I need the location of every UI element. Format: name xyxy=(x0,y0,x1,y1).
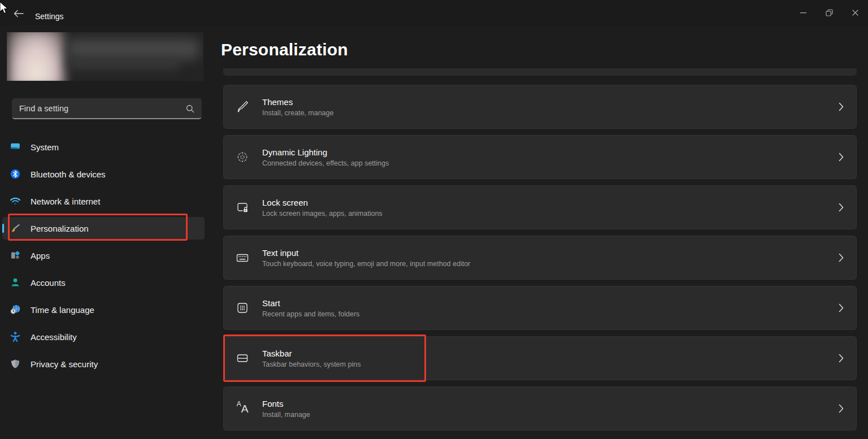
user-profile-blurred[interactable] xyxy=(7,32,203,81)
themes-icon xyxy=(235,99,250,115)
settings-row-dynamic-lighting[interactable]: Dynamic Lighting Connected devices, effe… xyxy=(223,135,857,179)
start-icon xyxy=(235,300,250,316)
chevron-right-icon xyxy=(839,354,844,363)
settings-row-lock-screen[interactable]: Lock screen Lock screen images, apps, an… xyxy=(223,185,857,229)
partial-card-above[interactable] xyxy=(223,68,857,76)
bluetooth-icon xyxy=(10,168,21,180)
sidebar-item-label: Personalization xyxy=(31,224,89,233)
row-subtitle: Touch keyboard, voice typing, emoji and … xyxy=(262,260,470,268)
sidebar-item-privacy-security[interactable]: Privacy & security xyxy=(2,353,205,375)
sidebar-item-time-language[interactable]: Time & language xyxy=(2,298,205,321)
row-title: Start xyxy=(262,298,359,308)
close-button[interactable] xyxy=(842,0,868,25)
mouse-cursor xyxy=(0,1,8,16)
main-content: Personalization Themes Install, create, … xyxy=(223,25,857,439)
row-title: Dynamic Lighting xyxy=(262,147,389,157)
sidebar-item-label: Bluetooth & devices xyxy=(31,169,106,179)
sidebar-item-apps[interactable]: Apps xyxy=(2,244,205,267)
restore-icon xyxy=(826,9,833,16)
row-title: Fonts xyxy=(262,399,310,408)
time-language-icon xyxy=(10,304,21,315)
user-email-blurred xyxy=(68,58,181,69)
personalization-icon xyxy=(10,223,21,234)
settings-list: Themes Install, create, manage xyxy=(223,85,857,431)
sidebar-item-label: Network & internet xyxy=(31,197,100,206)
sidebar-item-network-internet[interactable]: Network & internet xyxy=(2,190,205,212)
back-arrow-icon xyxy=(14,10,24,18)
sidebar-item-system[interactable]: System xyxy=(2,136,205,158)
apps-icon xyxy=(10,250,21,261)
chevron-right-icon xyxy=(839,404,844,413)
search-icon[interactable] xyxy=(186,105,194,113)
avatar xyxy=(8,32,64,81)
settings-row-taskbar[interactable]: Taskbar Taskbar behaviors, system pins xyxy=(223,336,857,380)
fonts-icon: AA xyxy=(235,401,250,416)
search-box[interactable] xyxy=(12,98,202,119)
window-title: Settings xyxy=(35,12,64,21)
sidebar-item-label: Privacy & security xyxy=(31,359,98,369)
text-input-icon xyxy=(235,250,250,266)
settings-row-start[interactable]: Start Recent apps and items, folders xyxy=(223,286,857,330)
sidebar-item-accessibility[interactable]: Accessibility xyxy=(2,325,205,348)
sidebar-item-accounts[interactable]: Accounts xyxy=(2,271,205,294)
sidebar-item-label: Time & language xyxy=(31,305,94,315)
system-icon xyxy=(10,141,21,153)
chevron-right-icon xyxy=(839,203,844,212)
accounts-icon xyxy=(10,277,21,288)
row-subtitle: Taskbar behaviors, system pins xyxy=(262,360,361,368)
minimize-icon xyxy=(800,12,806,14)
settings-row-themes[interactable]: Themes Install, create, manage xyxy=(223,85,857,129)
sidebar-item-label: Accessibility xyxy=(31,332,77,342)
restore-button[interactable] xyxy=(816,0,842,25)
sidebar-item-personalization[interactable]: Personalization xyxy=(2,217,205,240)
row-title: Themes xyxy=(262,97,333,107)
row-title: Taskbar xyxy=(262,349,361,358)
search-input[interactable] xyxy=(12,104,186,113)
row-title: Text input xyxy=(262,248,470,258)
row-subtitle: Install, manage xyxy=(262,411,310,419)
lock-screen-icon xyxy=(235,199,250,215)
minimize-button[interactable] xyxy=(790,0,816,25)
dynamic-lighting-icon xyxy=(235,149,250,165)
sidebar-item-label: Apps xyxy=(31,251,50,260)
sidebar-item-label: Accounts xyxy=(31,278,66,288)
chevron-right-icon xyxy=(839,253,844,262)
row-subtitle: Lock screen images, apps, animations xyxy=(262,210,383,218)
sidebar-nav: System Bluetooth & devices xyxy=(2,136,205,375)
window-controls xyxy=(790,0,868,25)
row-subtitle: Recent apps and items, folders xyxy=(262,310,359,318)
settings-row-fonts[interactable]: AA Fonts Install, manage xyxy=(223,386,857,431)
chevron-right-icon xyxy=(839,303,844,312)
taskbar-icon xyxy=(235,350,250,366)
page-title: Personalization xyxy=(221,40,348,59)
settings-window: Settings xyxy=(0,0,868,439)
shield-icon xyxy=(10,358,21,370)
row-subtitle: Install, create, manage xyxy=(262,109,333,117)
selected-indicator-pill xyxy=(2,224,4,233)
chevron-right-icon xyxy=(839,153,844,162)
sidebar: System Bluetooth & devices xyxy=(0,25,214,439)
sidebar-item-bluetooth-devices[interactable]: Bluetooth & devices xyxy=(2,163,205,185)
chevron-right-icon xyxy=(839,102,844,111)
close-icon xyxy=(852,10,858,16)
accessibility-icon xyxy=(10,331,21,342)
row-subtitle: Connected devices, effects, app settings xyxy=(262,159,389,167)
sidebar-item-label: System xyxy=(31,142,59,152)
title-bar: Settings xyxy=(0,0,868,25)
user-name-blurred xyxy=(68,39,199,59)
back-button[interactable] xyxy=(9,6,28,21)
row-title: Lock screen xyxy=(262,198,383,207)
settings-row-text-input[interactable]: Text input Touch keyboard, voice typing,… xyxy=(223,236,857,280)
wifi-icon xyxy=(10,195,21,207)
